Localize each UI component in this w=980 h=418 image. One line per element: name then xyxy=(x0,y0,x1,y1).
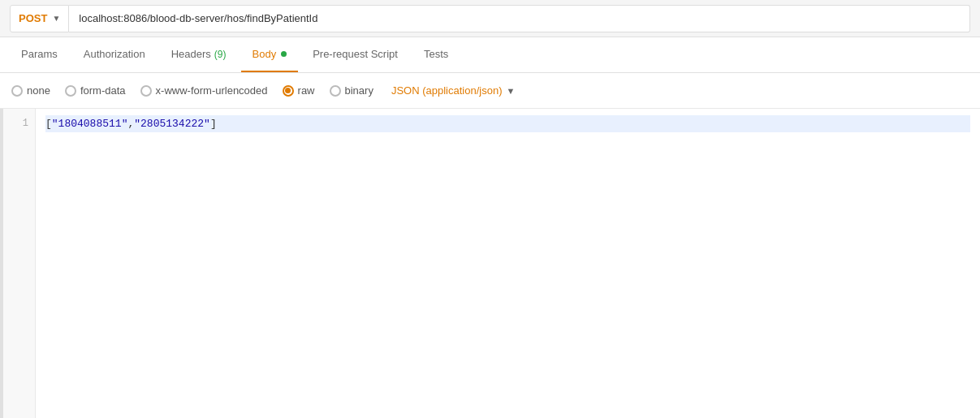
option-x-www-form-urlencoded-label: x-www-form-urlencoded xyxy=(156,84,268,97)
tab-authorization-label: Authorization xyxy=(84,48,145,60)
method-dropdown-arrow: ▼ xyxy=(52,14,60,23)
tab-body-dot xyxy=(281,51,287,57)
tab-pre-request[interactable]: Pre-request Script xyxy=(301,37,409,72)
method-select[interactable]: POST ▼ xyxy=(10,5,69,32)
code-content[interactable]: ["1804088511","2805134222"] xyxy=(36,109,980,418)
radio-form-data[interactable] xyxy=(65,85,76,97)
url-input[interactable] xyxy=(69,5,970,32)
option-raw-label: raw xyxy=(298,84,315,97)
radio-x-www-form-urlencoded[interactable] xyxy=(140,85,152,97)
value-1: "1804088511" xyxy=(52,115,128,132)
open-bracket: [ xyxy=(45,115,52,132)
option-none[interactable]: none xyxy=(11,84,50,97)
code-editor: 1 ["1804088511","2805134222"] xyxy=(0,109,980,418)
tab-body-label: Body xyxy=(253,48,277,60)
close-bracket: ] xyxy=(210,115,217,132)
tab-body[interactable]: Body xyxy=(241,37,299,72)
json-format-arrow[interactable]: ▼ xyxy=(506,86,515,96)
tab-headers-badge: (9) xyxy=(214,49,227,60)
tabs-bar: Params Authorization Headers (9) Body Pr… xyxy=(0,37,980,73)
option-none-label: none xyxy=(27,84,50,97)
tab-headers[interactable]: Headers (9) xyxy=(160,37,238,72)
comma: , xyxy=(127,115,134,132)
code-line-1: ["1804088511","2805134222"] xyxy=(45,115,970,132)
value-2: "2805134222" xyxy=(134,115,210,132)
line-numbers: 1 xyxy=(3,109,36,418)
radio-raw[interactable] xyxy=(283,85,294,97)
url-bar: POST ▼ xyxy=(0,0,980,37)
option-form-data[interactable]: form-data xyxy=(65,84,126,97)
tab-authorization[interactable]: Authorization xyxy=(72,37,157,72)
option-raw[interactable]: raw xyxy=(283,84,315,97)
option-x-www-form-urlencoded[interactable]: x-www-form-urlencoded xyxy=(140,84,268,97)
tab-tests-label: Tests xyxy=(424,48,448,60)
option-binary-label: binary xyxy=(345,84,373,97)
radio-none[interactable] xyxy=(11,85,23,97)
tab-pre-request-label: Pre-request Script xyxy=(313,48,398,60)
option-binary[interactable]: binary xyxy=(330,84,373,97)
option-form-data-label: form-data xyxy=(80,84,126,97)
tab-tests[interactable]: Tests xyxy=(412,37,460,72)
json-format-label: JSON (application/json) xyxy=(391,84,503,97)
json-format-selector[interactable]: JSON (application/json) ▼ xyxy=(391,84,515,97)
tab-headers-label: Headers xyxy=(171,48,211,60)
body-options-bar: none form-data x-www-form-urlencoded raw… xyxy=(0,73,980,109)
radio-binary[interactable] xyxy=(330,85,341,97)
tab-params[interactable]: Params xyxy=(10,37,69,72)
method-label: POST xyxy=(19,12,47,24)
line-number-1: 1 xyxy=(3,115,35,132)
tab-params-label: Params xyxy=(21,48,58,60)
